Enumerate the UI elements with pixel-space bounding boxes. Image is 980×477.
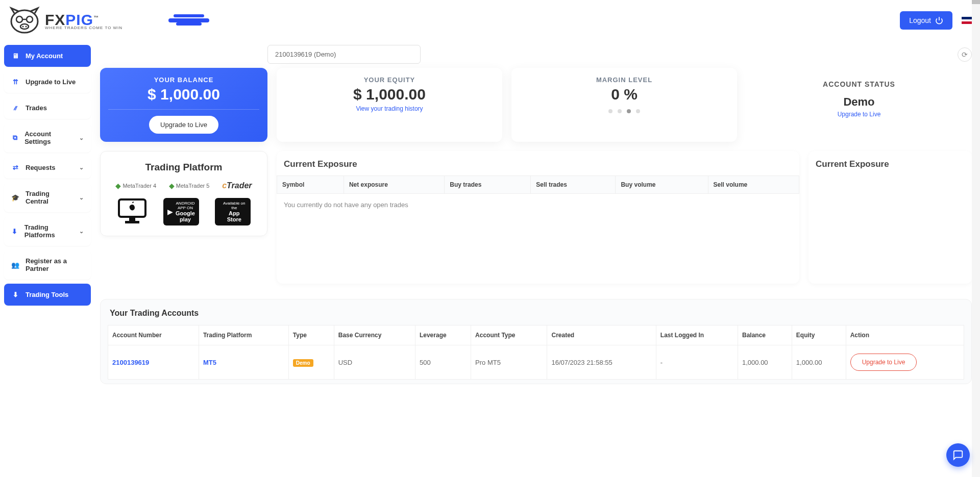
balance-value: $ 1,000.00 bbox=[108, 86, 259, 103]
accounts-table: Account Number Trading Platform Type Bas… bbox=[108, 325, 964, 380]
table-header-row: Symbol Net exposure Buy trades Sell trad… bbox=[277, 176, 799, 194]
col-account-type: Account Type bbox=[471, 325, 547, 345]
account-selector[interactable]: 2100139619 (Demo) bbox=[267, 45, 421, 64]
exposure-side-title: Current Exposure bbox=[816, 159, 965, 169]
equity-title: YOUR EQUITY bbox=[285, 76, 494, 84]
sidebar-item-label: Trades bbox=[26, 104, 47, 112]
cell-type: Demo bbox=[288, 345, 334, 380]
svg-point-6 bbox=[26, 26, 27, 28]
sidebar-item-trades[interactable]: ⫽Trades bbox=[4, 97, 91, 119]
status-title: ACCOUNT STATUS bbox=[754, 80, 964, 88]
cell-currency: USD bbox=[334, 345, 415, 380]
cell-created: 16/07/2023 21:58:55 bbox=[547, 345, 656, 380]
status-upgrade-link[interactable]: Upgrade to Live bbox=[838, 111, 881, 118]
col-sell-trades: Sell trades bbox=[531, 176, 616, 194]
sidebar: 🖥My Account ⇈Upgrade to Live ⫽Trades ⧉Ac… bbox=[4, 41, 91, 388]
desktop-mac-icon[interactable] bbox=[117, 197, 148, 225]
sidebar-item-trading-tools[interactable]: ⬇Trading Tools bbox=[4, 284, 91, 306]
sidebar-item-partner[interactable]: 👥Register as a Partner bbox=[4, 250, 91, 280]
svg-rect-9 bbox=[129, 217, 135, 221]
sidebar-item-label: Trading Platforms bbox=[24, 223, 73, 239]
col-trading-platform: Trading Platform bbox=[199, 325, 288, 345]
col-buy-volume: Buy volume bbox=[616, 176, 708, 194]
exposure-table: Symbol Net exposure Buy trades Sell trad… bbox=[277, 175, 799, 194]
upgrade-to-live-button[interactable]: Upgrade to Live bbox=[149, 116, 218, 134]
demo-badge: Demo bbox=[293, 359, 313, 367]
account-status-card: ACCOUNT STATUS Demo Upgrade to Live bbox=[746, 68, 972, 142]
transfer-icon: ⇄ bbox=[11, 164, 19, 171]
play-icon: ▶ bbox=[167, 208, 173, 216]
logo[interactable]: FXPIG™ WHERE TRADERS COME TO WIN bbox=[8, 5, 122, 36]
status-value: Demo bbox=[754, 95, 964, 109]
double-up-icon: ⇈ bbox=[11, 78, 19, 86]
app-store-badge[interactable]: Available on theApp Store bbox=[215, 198, 251, 225]
margin-title: MARGIN LEVEL bbox=[520, 76, 729, 84]
scrollbar[interactable] bbox=[972, 0, 980, 388]
margin-value: 0 % bbox=[520, 86, 729, 103]
col-sell-volume: Sell volume bbox=[708, 176, 799, 194]
balance-title: YOUR BALANCE bbox=[108, 76, 259, 84]
col-base-currency: Base Currency bbox=[334, 325, 415, 345]
sidebar-item-label: Upgrade to Live bbox=[26, 78, 76, 86]
col-leverage: Leverage bbox=[415, 325, 471, 345]
sidebar-item-label: Requests bbox=[26, 164, 56, 171]
current-exposure-card: Current Exposure Symbol Net exposure Buy… bbox=[277, 151, 799, 284]
col-equity: Equity bbox=[792, 325, 846, 345]
download-icon: ⬇ bbox=[11, 228, 18, 235]
cell-action: Upgrade to Live bbox=[846, 345, 964, 380]
col-created: Created bbox=[547, 325, 656, 345]
sidebar-item-label: Trading Tools bbox=[26, 291, 68, 298]
redacted-user-name bbox=[168, 18, 209, 22]
sidebar-item-requests[interactable]: ⇄Requests⌄ bbox=[4, 157, 91, 179]
col-symbol: Symbol bbox=[277, 176, 344, 194]
sidebar-item-trading-platforms[interactable]: ⬇Trading Platforms⌄ bbox=[4, 216, 91, 246]
pig-logo-icon bbox=[8, 5, 41, 36]
refresh-icon: ⟳ bbox=[962, 51, 968, 59]
col-action: Action bbox=[846, 325, 964, 345]
cell-last-login: - bbox=[656, 345, 738, 380]
cell-account-number[interactable]: 2100139619 bbox=[108, 345, 199, 380]
balance-card: YOUR BALANCE $ 1,000.00 Upgrade to Live bbox=[100, 68, 267, 142]
content-area: 2100139619 (Demo) ⟳ YOUR BALANCE $ 1,000… bbox=[96, 41, 976, 388]
chevron-down-icon: ⌄ bbox=[79, 228, 84, 235]
cell-account-type: Pro MT5 bbox=[471, 345, 547, 380]
language-flag-uk[interactable] bbox=[962, 17, 972, 24]
current-exposure-side-card: Current Exposure bbox=[808, 151, 972, 284]
sidebar-item-account-settings[interactable]: ⧉Account Settings⌄ bbox=[4, 123, 91, 153]
platform-title: Trading Platform bbox=[111, 162, 257, 173]
sidebar-item-label: My Account bbox=[26, 52, 63, 60]
col-net-exposure: Net exposure bbox=[344, 176, 444, 194]
cell-balance: 1,000.00 bbox=[738, 345, 792, 380]
table-header-row: Account Number Trading Platform Type Bas… bbox=[108, 325, 964, 345]
chevron-down-icon: ⌄ bbox=[79, 135, 84, 141]
users-icon: 👥 bbox=[11, 261, 19, 269]
margin-card: MARGIN LEVEL 0 % bbox=[511, 68, 737, 142]
cell-platform[interactable]: MT5 bbox=[199, 345, 288, 380]
sidebar-item-upgrade[interactable]: ⇈Upgrade to Live bbox=[4, 71, 91, 93]
monitor-icon: 🖥 bbox=[11, 52, 19, 60]
table-row: 2100139619 MT5 Demo USD 500 Pro MT5 16/0… bbox=[108, 345, 964, 380]
col-last-login: Last Logged In bbox=[656, 325, 738, 345]
svg-point-1 bbox=[16, 16, 22, 22]
download-icon: ⬇ bbox=[11, 291, 19, 298]
sidebar-item-trading-central[interactable]: 🎓Trading Central⌄ bbox=[4, 183, 91, 212]
equity-value: $ 1,000.00 bbox=[285, 86, 494, 103]
exposure-title: Current Exposure bbox=[277, 151, 799, 175]
row-upgrade-button[interactable]: Upgrade to Live bbox=[850, 354, 917, 371]
col-buy-trades: Buy trades bbox=[445, 176, 531, 194]
sidebar-item-my-account[interactable]: 🖥My Account bbox=[4, 45, 91, 67]
logout-button[interactable]: Logout bbox=[900, 11, 952, 30]
ctrader-link[interactable]: cTrader bbox=[222, 181, 252, 190]
refresh-button[interactable]: ⟳ bbox=[958, 47, 972, 62]
svg-point-5 bbox=[22, 26, 24, 28]
cell-equity: 1,000.00 bbox=[792, 345, 846, 380]
trading-history-link[interactable]: View your trading history bbox=[356, 105, 423, 112]
cell-leverage: 500 bbox=[415, 345, 471, 380]
google-play-badge[interactable]: ▶ ANDROID APP ONGoogle play bbox=[163, 198, 199, 225]
metatrader5-link[interactable]: ◆MetaTrader 5 bbox=[169, 182, 210, 190]
col-type: Type bbox=[288, 325, 334, 345]
svg-rect-10 bbox=[125, 221, 139, 223]
chevron-down-icon: ⌄ bbox=[79, 194, 84, 201]
svg-point-2 bbox=[27, 16, 33, 22]
metatrader4-link[interactable]: ◆MetaTrader 4 bbox=[115, 182, 156, 190]
